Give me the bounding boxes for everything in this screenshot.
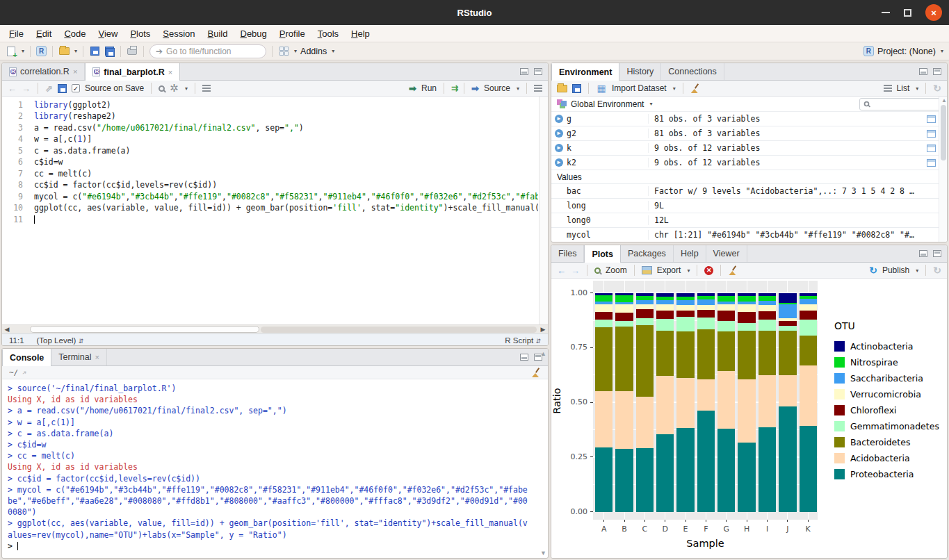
environment-search-input[interactable] — [859, 98, 941, 110]
environment-object-row[interactable]: ▶g281 obs. of 3 variables — [551, 126, 947, 141]
pane-layout-button[interactable] — [278, 46, 289, 57]
close-tab-icon[interactable]: × — [168, 68, 172, 76]
tab-help[interactable]: Help — [674, 245, 706, 262]
minimize-button[interactable] — [882, 12, 890, 13]
tab-environment[interactable]: Environment — [551, 63, 619, 81]
close-tab-icon[interactable]: × — [73, 67, 77, 76]
view-table-icon[interactable] — [927, 145, 936, 152]
environment-value-row[interactable]: long9L — [551, 199, 947, 213]
source-button[interactable]: Source — [484, 83, 510, 93]
scroll-right-icon[interactable]: ▶ — [538, 325, 548, 333]
tab-files[interactable]: Files — [551, 245, 584, 262]
tab-final-barplot-r[interactable]: final_barplot.R× — [85, 63, 180, 81]
new-project-icon[interactable]: R — [36, 46, 47, 56]
menu-help[interactable]: Help — [345, 28, 376, 39]
publish-button[interactable]: Publish — [882, 265, 909, 275]
code-tools-icon[interactable]: ✲ — [170, 82, 179, 94]
goto-file-input[interactable]: ➔ Go to file/function — [149, 44, 266, 58]
refresh-environment-icon[interactable]: ↻ — [933, 83, 941, 94]
pane-layout-caret-icon[interactable]: ▾ — [294, 48, 297, 54]
console-scrollbar[interactable]: ▲ ▼ — [539, 349, 547, 558]
menu-code[interactable]: Code — [58, 28, 92, 39]
expand-object-icon[interactable]: ▶ — [555, 129, 563, 138]
menu-file[interactable]: File — [3, 28, 30, 39]
project-menu-button[interactable]: Project: (None) — [877, 47, 936, 56]
document-outline-icon[interactable] — [534, 85, 542, 92]
source-on-save-checkbox[interactable]: ✓ — [72, 84, 80, 92]
menu-build[interactable]: Build — [202, 28, 234, 39]
menu-plots[interactable]: Plots — [124, 28, 156, 39]
expand-object-icon[interactable]: ▶ — [555, 158, 563, 167]
next-plot-icon[interactable]: → — [571, 265, 580, 276]
clear-environment-icon[interactable] — [690, 83, 700, 93]
close-tab-icon[interactable]: × — [95, 353, 99, 361]
menu-session[interactable]: Session — [156, 28, 201, 39]
tab-history[interactable]: History — [619, 63, 661, 80]
environment-object-row[interactable]: ▶k9 obs. of 12 variables — [551, 141, 947, 156]
source-caret-icon[interactable]: ▾ — [517, 85, 519, 92]
menu-edit[interactable]: Edit — [30, 28, 58, 39]
scroll-down-icon[interactable]: ▼ — [540, 550, 546, 557]
tab-viewer[interactable]: Viewer — [706, 245, 747, 262]
code-editor[interactable]: 1234567891011 library(ggplot2)library(re… — [2, 97, 548, 324]
minimize-pane-icon[interactable] — [919, 68, 927, 75]
tab-packages[interactable]: Packages — [621, 245, 674, 262]
minimize-pane-icon[interactable] — [520, 68, 528, 75]
maximize-pane-icon[interactable] — [933, 250, 941, 257]
remove-plot-icon[interactable]: ✕ — [704, 266, 713, 275]
run-icon[interactable]: ➡ — [409, 83, 416, 94]
console-output[interactable]: > source('~/final/final_barplot.R')Using… — [2, 379, 548, 559]
new-file-caret-icon[interactable]: ▾ — [22, 48, 24, 54]
scroll-up-icon[interactable]: ▲ — [540, 350, 546, 357]
previous-plot-icon[interactable]: ← — [557, 265, 566, 276]
compile-report-icon[interactable] — [202, 85, 211, 92]
refresh-plot-icon[interactable]: ↻ — [933, 265, 941, 276]
addins-button[interactable]: Addins — [300, 47, 327, 56]
env-scrollbar-thumb[interactable] — [941, 105, 946, 160]
print-button[interactable] — [127, 46, 138, 57]
nav-forward-icon[interactable]: → — [22, 83, 31, 94]
file-type-selector[interactable]: R Script ⇵ — [505, 336, 541, 345]
maximize-pane-icon[interactable] — [933, 68, 941, 75]
view-table-icon[interactable] — [927, 115, 936, 123]
minimize-pane-icon[interactable] — [520, 354, 528, 361]
source-icon[interactable]: ➡ — [471, 83, 479, 94]
env-scroll-up-icon[interactable]: ▲ — [941, 97, 947, 104]
popout-icon[interactable]: ⇗ — [45, 83, 53, 94]
maximize-button[interactable] — [904, 9, 911, 17]
open-file-button[interactable] — [58, 46, 70, 57]
tab-connections[interactable]: Connections — [661, 63, 724, 80]
environment-scrollbar[interactable]: ▲ — [939, 97, 947, 242]
scope-caret-icon[interactable]: ▾ — [649, 101, 652, 107]
environment-object-row[interactable]: ▶g81 obs. of 3 variables — [551, 112, 947, 126]
tab-terminal[interactable]: Terminal× — [51, 349, 107, 365]
project-caret-icon[interactable]: ▾ — [941, 48, 943, 54]
code-tools-caret-icon[interactable]: ▾ — [185, 85, 188, 92]
clear-plots-icon[interactable] — [728, 265, 738, 275]
expand-object-icon[interactable]: ▶ — [555, 144, 563, 152]
menu-tools[interactable]: Tools — [311, 28, 345, 39]
tab-plots[interactable]: Plots — [584, 245, 621, 263]
environment-value-row[interactable]: long012L — [551, 213, 947, 228]
run-button[interactable]: Run — [421, 83, 437, 93]
menu-debug[interactable]: Debug — [234, 28, 273, 39]
environment-value-row[interactable]: bacFactor w/ 9 levels "Acidobacteria",..… — [551, 184, 947, 199]
zoom-plot-button[interactable]: Zoom — [606, 265, 627, 275]
menu-view[interactable]: View — [92, 28, 124, 39]
rerun-icon[interactable]: ⇉ — [451, 83, 457, 93]
list-view-caret-icon[interactable]: ▾ — [916, 85, 918, 92]
minimize-pane-icon[interactable] — [919, 250, 927, 257]
view-table-icon[interactable] — [927, 159, 936, 167]
view-table-icon[interactable] — [927, 130, 936, 138]
environment-object-row[interactable]: ▶k29 obs. of 12 variables — [551, 156, 947, 170]
open-file-caret-icon[interactable]: ▾ — [74, 48, 77, 54]
export-caret-icon[interactable]: ▾ — [687, 267, 690, 274]
save-all-button[interactable] — [104, 46, 115, 57]
save-source-icon[interactable] — [58, 84, 67, 93]
publish-caret-icon[interactable]: ▾ — [916, 267, 918, 274]
editor-vertical-scrollbar[interactable] — [539, 97, 548, 324]
expand-object-icon[interactable]: ▶ — [555, 115, 563, 123]
import-dataset-button[interactable]: Import Dataset — [612, 83, 667, 93]
environment-value-row[interactable]: mycolchr [1:21] "#e6194b" "#3cb44b" "#ff… — [551, 228, 947, 242]
save-button[interactable] — [89, 46, 100, 57]
